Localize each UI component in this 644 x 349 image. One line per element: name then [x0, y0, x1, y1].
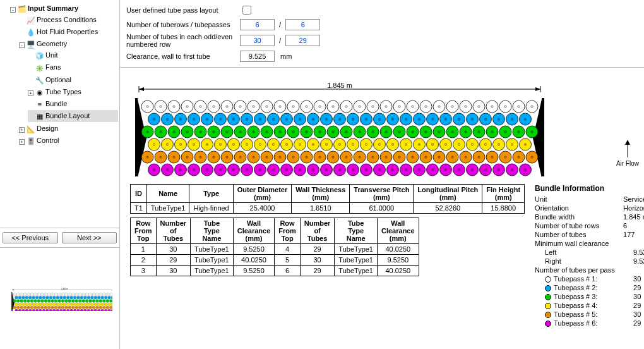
svg-point-34 [54, 293, 57, 296]
svg-point-598 [453, 138, 465, 150]
svg-point-18 [27, 293, 30, 296]
svg-point-548 [513, 126, 525, 138]
svg-point-658 [460, 151, 472, 163]
next-button[interactable]: Next >> [62, 232, 117, 243]
svg-point-284 [78, 306, 81, 309]
svg-point-564 [228, 138, 240, 150]
tree-unit[interactable]: 🧊Unit [28, 49, 118, 61]
tree-design[interactable]: +📐Design [19, 123, 118, 135]
tree-geometry[interactable]: -🖥️Geometry 🧊Unit ✳️Fans 🔧Optional +◉Tub… [19, 38, 118, 123]
svg-point-666 [513, 151, 525, 163]
svg-text:1.845 m: 1.845 m [61, 288, 68, 290]
prop-clear-unit: mm [277, 52, 292, 60]
svg-point-126 [111, 296, 112, 299]
input-tuberows[interactable] [240, 19, 275, 30]
svg-point-636 [314, 151, 326, 163]
svg-point-26 [40, 293, 44, 296]
prop-clear-label: Clearance, wall to first tube [124, 49, 237, 63]
svg-point-488 [506, 113, 518, 125]
input-tubepasses[interactable] [285, 19, 320, 30]
svg-point-156 [61, 299, 64, 302]
svg-point-428 [499, 101, 511, 113]
tree-root[interactable]: -🗂️Input Summary 📈Process Conditions 💧Ho… [10, 3, 118, 147]
svg-point-582 [347, 138, 359, 150]
svg-point-122 [104, 296, 107, 299]
svg-point-182 [105, 299, 109, 302]
svg-point-130 [16, 299, 20, 302]
svg-point-80 [32, 296, 35, 299]
svg-point-506 [234, 126, 246, 138]
svg-point-642 [354, 151, 366, 163]
svg-point-90 [49, 296, 52, 299]
svg-point-648 [393, 151, 405, 163]
svg-point-662 [486, 151, 498, 163]
tree-bundle[interactable]: ≡Bundle [28, 98, 118, 110]
svg-point-614 [168, 151, 180, 163]
svg-point-240 [104, 302, 107, 305]
svg-point-592 [414, 138, 426, 150]
svg-point-50 [81, 293, 85, 296]
svg-point-420 [446, 101, 458, 113]
input-wall-clearance[interactable] [240, 51, 275, 62]
svg-point-78 [28, 296, 32, 299]
svg-point-144 [40, 299, 44, 302]
prop-userdef-label: User defined tube pass layout [124, 3, 237, 18]
svg-point-268 [51, 306, 54, 309]
svg-point-496 [168, 126, 180, 138]
svg-point-256 [30, 306, 33, 309]
svg-point-234 [93, 302, 97, 305]
svg-point-278 [68, 306, 71, 309]
svg-point-626 [247, 151, 259, 163]
svg-point-276 [64, 306, 68, 309]
svg-point-474 [414, 113, 426, 125]
svg-point-192 [21, 302, 25, 305]
prop-userdef-checkbox[interactable] [242, 6, 251, 15]
svg-point-612 [155, 151, 167, 163]
tree-process[interactable]: 📈Process Conditions [19, 14, 118, 26]
svg-point-716 [453, 164, 465, 176]
tree-bundle-layout[interactable]: ▦Bundle Layout [28, 110, 118, 122]
svg-point-512 [274, 126, 286, 138]
svg-point-530 [393, 126, 405, 138]
svg-point-62 [102, 293, 105, 296]
svg-point-458 [307, 113, 319, 125]
svg-point-440 [188, 113, 200, 125]
svg-point-396 [287, 101, 299, 113]
svg-point-444 [215, 113, 227, 125]
svg-point-72 [18, 296, 21, 299]
svg-point-188 [15, 302, 18, 305]
svg-rect-371 [542, 98, 544, 176]
svg-point-102 [69, 296, 73, 299]
tree-hotfluid[interactable]: 💧Hot Fluid Properties [19, 26, 118, 38]
svg-point-378 [168, 101, 180, 113]
svg-point-414 [407, 101, 419, 113]
input-even-tubes[interactable] [285, 35, 320, 46]
tree-fans[interactable]: ✳️Fans [28, 61, 118, 73]
svg-point-246 [13, 306, 16, 309]
svg-point-630 [274, 151, 286, 163]
input-odd-tubes[interactable] [240, 35, 275, 46]
svg-point-418 [433, 101, 445, 113]
svg-point-236 [97, 302, 100, 305]
svg-point-178 [98, 299, 102, 302]
prev-button[interactable]: << Previous [3, 232, 58, 243]
svg-point-110 [83, 296, 86, 299]
svg-point-108 [80, 296, 83, 299]
svg-point-520 [327, 126, 339, 138]
svg-point-690 [281, 164, 293, 176]
svg-marker-368 [535, 87, 540, 91]
svg-point-44 [71, 293, 75, 296]
svg-point-438 [175, 113, 187, 125]
tree-tubetypes[interactable]: +◉Tube Types [28, 86, 118, 98]
svg-point-652 [420, 151, 432, 163]
svg-point-164 [75, 299, 78, 302]
svg-point-92 [52, 296, 56, 299]
tree-control[interactable]: +🎚️Control [19, 135, 118, 147]
svg-point-664 [499, 151, 511, 163]
svg-point-226 [80, 302, 83, 305]
svg-point-302 [109, 306, 112, 309]
svg-text:1.845 m: 1.845 m [327, 82, 352, 89]
svg-point-112 [86, 296, 90, 299]
svg-point-574 [294, 138, 306, 150]
tree-optional[interactable]: 🔧Optional [28, 74, 118, 86]
